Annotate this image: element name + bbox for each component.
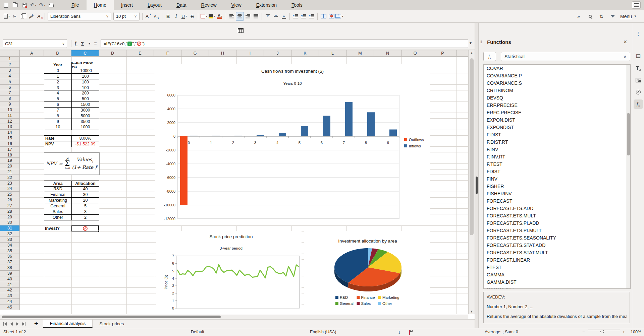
menu-tab-home[interactable]: Home — [87, 0, 114, 10]
sort-icon[interactable]: ⇅ — [597, 12, 605, 21]
row-header-35[interactable]: 35 — [0, 248, 20, 254]
column-header-I[interactable]: I — [236, 50, 264, 57]
table-cell[interactable]: 2 — [44, 79, 72, 85]
row-header-18[interactable]: 18 — [0, 152, 20, 158]
previous-sheet-icon[interactable] — [10, 321, 13, 327]
menu-tab-view[interactable]: View — [224, 0, 249, 10]
align-left-icon[interactable] — [228, 12, 236, 21]
table-cell[interactable]: -$1,522.09 — [72, 141, 99, 147]
row-header-41[interactable]: 41 — [0, 282, 20, 288]
sidebar-deck-properties-icon[interactable]: ▤ — [634, 51, 643, 61]
function-list-item[interactable]: FORECAST.ETS.PI.MULT — [484, 227, 630, 234]
align-bottom-icon[interactable] — [280, 12, 288, 21]
page-style[interactable]: Default — [191, 330, 204, 334]
row-header-6[interactable]: 6 — [0, 85, 20, 90]
row-header-24[interactable]: 24 — [0, 186, 20, 192]
table-cell[interactable]: 3 — [72, 209, 99, 215]
insert-mode-icon[interactable]: I — [398, 330, 401, 335]
function-wizard-button[interactable]: fx — [483, 52, 496, 61]
align-right-icon[interactable] — [244, 12, 252, 21]
table-cell[interactable]: 7 — [44, 108, 72, 113]
table-cell[interactable]: Cash Flow ($) — [72, 62, 99, 68]
function-list-item[interactable]: FTEST — [484, 264, 630, 271]
column-header-D[interactable]: D — [99, 50, 126, 57]
sidebar-close-icon[interactable]: ✕ — [623, 39, 627, 45]
sidebar-settings-icon[interactable]: ⋮ — [634, 29, 643, 39]
font-name-combobox[interactable]: Liberation Sans∨ — [48, 12, 111, 20]
row-header-39[interactable]: 39 — [0, 271, 20, 276]
background-color-icon[interactable]: ▾ — [208, 12, 216, 21]
table-cell[interactable]: 10 — [44, 124, 72, 130]
menu-button[interactable]: Menu▼ — [620, 14, 637, 19]
name-box[interactable]: C31∨ — [3, 39, 67, 48]
shrink-font-icon[interactable]: A — [152, 12, 160, 21]
zoom-slider-handle[interactable] — [600, 330, 604, 333]
column-header-partial[interactable] — [457, 50, 468, 57]
row-header-22[interactable]: 22 — [0, 175, 20, 181]
equals-icon[interactable]: = — [94, 41, 97, 46]
row-header-17[interactable]: 17 — [0, 147, 20, 152]
table-cell[interactable]: 6 — [44, 102, 72, 108]
table-cell[interactable]: 1500 — [72, 102, 99, 108]
row-header-14[interactable]: 14 — [0, 130, 20, 135]
sheet-tab-stock-prices[interactable]: Stock prices — [93, 320, 131, 328]
table-cell[interactable]: 8.00% — [72, 136, 99, 141]
function-list-item[interactable]: FORECAST.ETS.STAT.MULT — [484, 249, 630, 256]
function-list-item[interactable]: FORECAST.ETS.ADD — [484, 205, 630, 212]
table-cell[interactable]: R&D — [44, 187, 72, 192]
row-header-30[interactable]: 30 — [0, 220, 20, 226]
column-header-P[interactable]: P — [429, 50, 457, 57]
table-cell[interactable]: 100 — [72, 74, 99, 79]
sheet-context-icon[interactable] — [3, 26, 478, 35]
table-cell[interactable]: 5 — [72, 203, 99, 209]
copy-icon[interactable] — [19, 12, 27, 21]
increase-indent-icon[interactable] — [291, 12, 300, 21]
row-header-8[interactable]: 8 — [0, 96, 20, 102]
row-header-42[interactable]: 42 — [0, 288, 20, 293]
table-cell[interactable]: 1000 — [72, 124, 99, 130]
row-header-10[interactable]: 10 — [0, 107, 20, 113]
function-list-item[interactable]: FORECAST.ETS.MULT — [484, 212, 630, 219]
merge-center-icon[interactable] — [327, 12, 335, 21]
autosum-icon[interactable]: Σ — [81, 41, 84, 47]
table-cell[interactable]: 500 — [72, 96, 99, 102]
sheet-info[interactable]: Sheet 1 of 2 — [3, 330, 26, 334]
font-size-combobox[interactable]: 10 pt∨ — [113, 12, 140, 20]
table-cell[interactable]: 4 — [44, 90, 72, 96]
horizontal-scrollbar-thumb[interactable] — [2, 316, 221, 318]
row-header-33[interactable]: 33 — [0, 237, 20, 243]
function-list-item[interactable]: F.INV.RT — [484, 153, 630, 160]
function-list-item[interactable]: FDIST — [484, 168, 630, 175]
unsaved-changes-icon[interactable] — [409, 330, 410, 335]
function-list-item[interactable]: F.DIST.RT — [484, 138, 630, 146]
row-header-23[interactable]: 23 — [0, 181, 20, 186]
bar-chart-cashflows[interactable]: Cash flows from investment ($)Years 0-10… — [155, 64, 430, 225]
column-header-L[interactable]: L — [319, 50, 346, 57]
row-header-15[interactable]: 15 — [0, 135, 20, 141]
function-list[interactable]: COVARCOVARIANCE.PCOVARIANCE.SCRITBINOMDE… — [483, 64, 631, 289]
function-list-scrollbar[interactable] — [626, 65, 630, 288]
function-list-item[interactable]: GAMMA.DIST — [484, 278, 630, 286]
scroll-down-icon[interactable]: ▼ — [469, 310, 475, 313]
table-cell[interactable]: General — [44, 203, 72, 209]
font-color-icon[interactable]: A▾ — [216, 12, 224, 21]
undo-icon[interactable]: ↶▾ — [30, 2, 37, 8]
new-document-icon[interactable] — [3, 2, 9, 8]
toolbar-overflow-icon[interactable]: » — [575, 12, 583, 21]
sidebar-deck-navigator-icon[interactable] — [634, 87, 643, 97]
row-header-29[interactable]: 29 — [0, 214, 20, 220]
open-icon[interactable] — [12, 2, 18, 8]
function-list-item[interactable]: F.DIST — [484, 131, 630, 138]
function-list-item[interactable]: FORECAST.LINEAR — [484, 256, 630, 264]
function-list-item[interactable]: FISHERINV — [484, 190, 630, 197]
next-sheet-icon[interactable] — [16, 321, 19, 327]
menubar-toggle-icon[interactable] — [632, 1, 641, 9]
table-cell[interactable]: 200 — [72, 90, 99, 96]
column-header-G[interactable]: G — [181, 50, 209, 57]
table-cell[interactable]: 5000 — [72, 113, 99, 119]
row-header-11[interactable]: 11 — [0, 113, 20, 119]
bold-icon[interactable]: B — [164, 12, 172, 21]
sidebar-drag-handle-icon[interactable]: ⁞⁞ — [480, 40, 482, 44]
function-list-item[interactable]: F.INV — [484, 146, 630, 153]
column-header-K[interactable]: K — [291, 50, 319, 57]
